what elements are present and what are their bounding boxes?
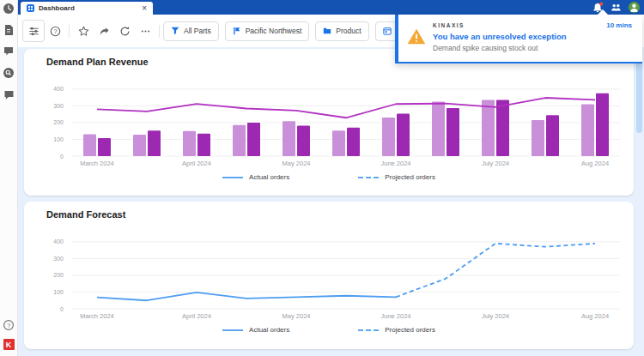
svg-text:400: 400: [53, 238, 64, 244]
notification-time: 10 mins: [606, 21, 632, 29]
svg-text:300: 300: [53, 256, 64, 262]
tab-close-icon[interactable]: ×: [142, 4, 147, 13]
demand-plan-revenue-card: Demand Plan Revenue 0100200300400March 2…: [24, 49, 634, 196]
warning-triangle-icon: [407, 28, 426, 45]
svg-text:March 2024: March 2024: [80, 312, 114, 320]
svg-text:Aug 2024: Aug 2024: [581, 312, 609, 320]
user-avatar[interactable]: [629, 2, 640, 13]
chart-title: Demand Forecast: [24, 202, 634, 220]
clock-icon[interactable]: [3, 3, 15, 15]
svg-text:April 2024: April 2024: [182, 160, 211, 167]
folder-icon: [323, 27, 331, 35]
svg-text:100: 100: [53, 136, 64, 142]
svg-text:March 2024: March 2024: [80, 160, 114, 167]
comment-icon[interactable]: [3, 45, 15, 57]
filter-chip-all-parts[interactable]: All Parts: [163, 21, 219, 41]
svg-text:April 2024: April 2024: [182, 312, 211, 320]
legend-actual-orders: Actual orders: [222, 173, 289, 181]
svg-text:300: 300: [53, 103, 64, 109]
svg-text:0: 0: [60, 154, 64, 160]
dashboard-grid-icon: [27, 4, 34, 12]
popup-pointer: [598, 9, 608, 15]
svg-text:200: 200: [53, 272, 64, 278]
notification-title[interactable]: You have an unresolved exception: [433, 32, 632, 41]
site-flag-icon: [233, 27, 241, 35]
filter-chip-pacific-northwest[interactable]: Pacific Northwest: [225, 21, 310, 41]
toolbar-divider: [159, 25, 160, 38]
solid-line-swatch: [222, 177, 243, 178]
svg-text:400: 400: [53, 86, 64, 92]
notification-app-name: KINAXIS: [433, 22, 465, 28]
legend-projected-orders: Projected orders: [358, 326, 435, 334]
left-sidebar: ? K: [0, 0, 18, 356]
filter-chip-product[interactable]: Product: [315, 21, 368, 41]
refresh-button[interactable]: [114, 21, 135, 41]
search-icon[interactable]: [3, 67, 15, 79]
chat-icon[interactable]: [3, 88, 15, 100]
help-icon[interactable]: ?: [3, 319, 15, 331]
svg-text:?: ?: [53, 27, 57, 35]
solid-line-swatch: [222, 329, 243, 331]
legend-projected-orders: Projected orders: [358, 173, 435, 181]
dashboard-content: Demand Plan Revenue 0100200300400March 2…: [17, 47, 644, 356]
tab-label: Dashboard: [39, 4, 75, 12]
community-icon[interactable]: [611, 3, 622, 12]
svg-text:100: 100: [53, 289, 64, 295]
svg-text:July 2024: July 2024: [482, 312, 509, 320]
svg-text:June 2024: June 2024: [380, 160, 410, 167]
dashed-line-swatch: [358, 329, 379, 331]
help-button[interactable]: ?: [45, 21, 65, 41]
notes-icon[interactable]: [3, 24, 15, 36]
demand-forecast-card: Demand Forecast 0100200300400March 2024A…: [24, 202, 634, 349]
calendar-icon: [383, 27, 392, 35]
legend-actual-orders: Actual orders: [222, 326, 289, 334]
svg-text:?: ?: [7, 322, 10, 329]
notification-message: Demand spike causing stock out: [433, 44, 632, 52]
filter-funnel-icon: [171, 27, 179, 35]
favorite-star-button[interactable]: [73, 21, 94, 41]
tab-strip: Dashboard ×: [17, 0, 644, 15]
svg-text:Aug 2024: Aug 2024: [581, 160, 609, 167]
kinaxis-logo[interactable]: K: [3, 339, 15, 350]
svg-text:July 2024: July 2024: [482, 160, 509, 167]
more-options-button[interactable]: [135, 21, 155, 41]
dashed-line-swatch: [358, 177, 379, 178]
demand-forecast-chart: 0100200300400March 2024April 2024May 202…: [24, 225, 634, 321]
chart-legend: Actual orders Projected orders: [24, 326, 634, 334]
chart-legend: Actual orders Projected orders: [24, 173, 634, 181]
svg-text:200: 200: [53, 119, 64, 125]
svg-text:0: 0: [60, 306, 64, 312]
notification-body: KINAXIS 10 mins You have an unresolved e…: [398, 15, 642, 52]
share-button[interactable]: [94, 21, 114, 41]
svg-text:May 2024: May 2024: [283, 312, 311, 320]
demand-plan-revenue-chart: 0100200300400March 2024April 2024May 202…: [24, 72, 634, 168]
tab-dashboard[interactable]: Dashboard ×: [21, 2, 153, 15]
svg-text:June 2024: June 2024: [380, 312, 410, 320]
notification-popup[interactable]: KINAXIS 10 mins You have an unresolved e…: [395, 15, 642, 63]
svg-text:May 2024: May 2024: [283, 160, 311, 167]
tune-filters-button[interactable]: [22, 20, 45, 42]
toolbar-divider: [69, 25, 70, 38]
